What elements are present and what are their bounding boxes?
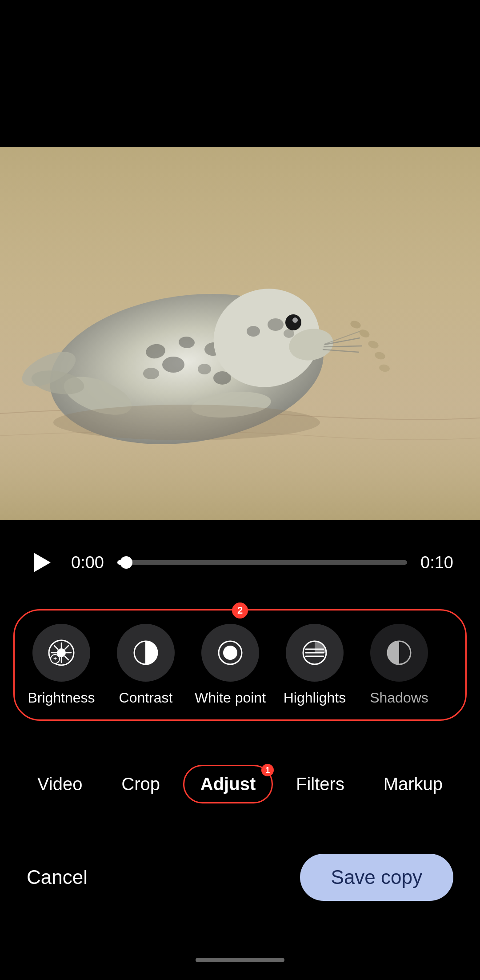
tab-crop-label: Crop — [121, 774, 160, 794]
shadows-label: Shadows — [370, 690, 428, 706]
svg-point-9 — [143, 368, 159, 379]
tab-adjust-badge: 1 — [261, 764, 274, 776]
save-copy-button[interactable]: Save copy — [300, 854, 453, 901]
svg-point-15 — [284, 329, 294, 338]
adjust-tools-scroll[interactable]: + Brightness Contrast — [13, 609, 467, 721]
svg-point-7 — [198, 364, 211, 374]
play-icon — [34, 553, 51, 572]
contrast-label: Contrast — [119, 690, 173, 706]
tab-video-label: Video — [37, 774, 83, 794]
bottom-actions: Cancel Save copy — [0, 845, 480, 910]
svg-point-14 — [247, 326, 260, 337]
home-indicator — [196, 958, 284, 962]
bottom-tabs: Video Crop 1 Adjust Filters Markup — [0, 756, 480, 812]
tool-shadows[interactable]: Shadows — [361, 624, 437, 706]
brightness-label: Brightness — [28, 690, 95, 706]
shadows-icon-circle — [370, 624, 428, 682]
progress-bar[interactable] — [117, 560, 407, 565]
tab-adjust[interactable]: 1 Adjust — [183, 765, 273, 803]
tool-white-point[interactable]: White point — [192, 624, 268, 706]
brightness-icon-circle: + — [32, 624, 90, 682]
svg-point-40 — [223, 646, 237, 660]
tool-contrast[interactable]: Contrast — [108, 624, 184, 706]
svg-text:+: + — [53, 655, 56, 662]
contrast-icon-circle — [117, 624, 175, 682]
svg-point-17 — [292, 317, 298, 323]
tab-video[interactable]: Video — [21, 766, 99, 802]
highlights-icon-circle — [286, 624, 344, 682]
white-point-icon-circle — [201, 624, 259, 682]
tab-markup-label: Markup — [384, 774, 443, 794]
progress-thumb[interactable] — [120, 556, 132, 569]
cancel-button[interactable]: Cancel — [27, 866, 88, 888]
tab-adjust-label: Adjust — [200, 774, 256, 794]
tool-brightness[interactable]: + Brightness — [24, 624, 99, 706]
adjust-tools-section: 2 + Brightness — [0, 600, 480, 730]
adjust-tools-badge: 2 — [232, 602, 248, 619]
tab-markup[interactable]: Markup — [368, 766, 459, 802]
tool-highlights[interactable]: Highlights — [277, 624, 352, 706]
photo-preview — [0, 147, 480, 520]
white-point-label: White point — [195, 690, 266, 706]
time-end: 0:10 — [420, 553, 453, 572]
tab-filters-label: Filters — [296, 774, 344, 794]
video-controls: 0:00 0:10 — [0, 534, 480, 591]
tab-filters[interactable]: Filters — [280, 766, 360, 802]
play-button[interactable] — [27, 547, 58, 578]
time-start: 0:00 — [71, 553, 104, 572]
svg-point-27 — [53, 405, 320, 440]
highlights-label: Highlights — [284, 690, 346, 706]
svg-point-6 — [162, 357, 184, 373]
svg-point-13 — [268, 318, 284, 331]
svg-point-16 — [285, 314, 301, 330]
tab-crop[interactable]: Crop — [105, 766, 176, 802]
